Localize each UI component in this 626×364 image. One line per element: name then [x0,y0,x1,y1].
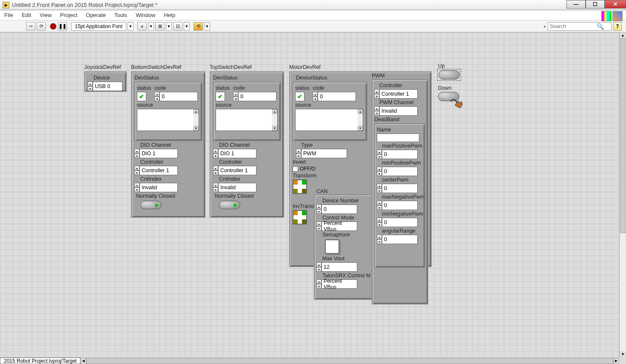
code-value-3[interactable]: 0 [318,92,356,101]
align-objects-button[interactable]: ≡ [137,22,147,31]
motordevref-cluster[interactable]: DeviceStatus status ✔ code ▲▼ 0 source ▲… [289,71,432,267]
minpos-value[interactable]: 0 [382,167,418,176]
talon-value[interactable]: Percent VBus [322,279,357,289]
reorder-dropdown[interactable]: ▼ [204,22,210,31]
window-maximize-button[interactable] [586,0,605,9]
up-button[interactable] [438,70,460,80]
code-spinner[interactable]: ▲▼ [154,92,159,101]
distribute-dropdown[interactable]: ▼ [166,22,172,31]
front-panel-canvas[interactable]: JoystickDevRef Device ▲▼ USB 0 BottomSwi… [0,32,619,357]
menu-project[interactable]: Project [60,12,77,18]
invert-checkbox[interactable] [293,166,298,172]
code-value[interactable]: 0 [159,92,198,101]
cnt-spinner[interactable]: ▲▼ [134,183,139,192]
source-textarea-2[interactable]: ▲▼ [216,109,278,131]
vi-connector-icon[interactable] [612,11,623,21]
angular-spinner[interactable]: ▲▼ [377,235,382,244]
pause-button[interactable]: ❚❚ [58,22,67,31]
devnum-value[interactable]: 0 [322,205,357,214]
maxneg-value[interactable]: 0 [382,201,418,210]
talon-spinner[interactable]: ▲▼ [316,279,322,289]
ctlmode-value[interactable]: Percent VBus [322,222,357,231]
source-textarea-3[interactable]: ▲▼ [295,109,363,131]
device-spinner[interactable]: ▲▼ [88,82,93,91]
horizontal-scrollbar[interactable]: 2015 Robot Project.lvproj/Target ◀ ▶ [0,357,619,364]
up-button-selected[interactable] [437,69,461,81]
dio-value[interactable]: DIO 1 [139,149,178,158]
center-spinner[interactable]: ▲▼ [377,184,382,193]
controller-value-2[interactable]: Controller 1 [218,166,256,175]
pwm-cluster[interactable]: Controller ▲▼Controller 1 PWM Channel ▲▼… [372,79,428,304]
vscroll-up-arrow[interactable]: ▲ [620,32,626,38]
align-dropdown[interactable]: ▼ [148,22,154,31]
controller-spinner[interactable]: ▲▼ [134,166,139,175]
menu-window[interactable]: Window [136,12,155,18]
controller-spinner-2[interactable]: ▲▼ [213,166,218,175]
resize-dropdown[interactable]: ▼ [184,22,190,31]
maxvout-value[interactable]: 12 [322,262,357,272]
maxpos-value[interactable]: 0 [382,150,418,159]
minneg-value[interactable]: 0 [382,218,418,227]
pwm-controller-value[interactable]: Controller 1 [379,89,418,99]
minpos-spinner[interactable]: ▲▼ [377,167,382,176]
normally-closed-button[interactable] [140,201,162,209]
search-box[interactable]: 🔍 [548,22,612,31]
search-input[interactable] [550,23,597,29]
distribute-objects-button[interactable]: ⊞ [155,22,165,31]
normally-closed-button-2[interactable] [219,201,240,209]
cnt-value-2[interactable]: Invalid [218,183,256,192]
pwm-controller-spinner[interactable]: ▲▼ [374,89,379,99]
menu-help[interactable]: Help [164,12,175,18]
source-textarea[interactable]: ▲▼ [137,109,199,131]
controller-value[interactable]: Controller 1 [139,166,178,175]
type-spinner[interactable]: ▲▼ [296,149,301,158]
menu-file[interactable]: File [4,12,13,18]
code-value-2[interactable]: 0 [238,92,276,101]
minneg-spinner[interactable]: ▲▼ [377,218,382,227]
angular-value[interactable]: 0 [382,235,418,244]
name-value[interactable] [377,134,419,142]
code-spinner-2[interactable]: ▲▼ [233,92,238,101]
reorder-button[interactable]: ⟲ [193,22,203,31]
code-spinner-3[interactable]: ▲▼ [313,92,318,101]
font-selector[interactable]: 15pt Application Font [71,22,126,31]
cnt-value[interactable]: Invalid [139,183,178,192]
pwm-channel-spinner[interactable]: ▲▼ [374,106,379,116]
topswitchdevref-cluster[interactable]: DevStatus status ✔ code ▲▼ 0 source ▲▼ D… [210,71,284,218]
dio-spinner-2[interactable]: ▲▼ [213,149,218,158]
window-minimize-button[interactable] [566,0,586,9]
resize-objects-button[interactable]: ⊡ [173,22,182,31]
center-value[interactable]: 0 [382,184,418,193]
bottomswitchdevref-cluster[interactable]: DevStatus status ✔ code ▲▼ 0 source ▲▼ D… [131,71,205,218]
maxpos-spinner[interactable]: ▲▼ [377,150,382,159]
devnum-spinner[interactable]: ▲▼ [316,205,322,214]
hscroll-thumb[interactable] [86,358,613,364]
maxneg-spinner[interactable]: ▲▼ [377,201,382,210]
type-value[interactable]: PWM [301,149,347,158]
joystickdevref-cluster[interactable]: Device ▲▼ USB 0 [84,71,127,92]
vi-icon[interactable] [601,11,612,21]
device-value[interactable]: USB 0 [93,82,122,91]
window-close-button[interactable] [605,0,626,9]
abort-button[interactable] [50,23,57,30]
cnt-spinner-2[interactable]: ▲▼ [213,183,218,192]
menu-operate[interactable]: Operate [86,12,106,18]
vscroll-down-arrow[interactable]: ▼ [620,351,626,357]
menu-edit[interactable]: Edit [22,12,31,18]
project-tab[interactable]: 2015 Robot Project.lvproj/Target [0,358,80,364]
run-button[interactable]: ⇨ [26,22,35,31]
transform-icon[interactable] [293,179,307,194]
invtransform-icon[interactable] [293,210,307,225]
vertical-scrollbar[interactable]: ▲ ▼ [619,32,626,357]
pwm-channel-value[interactable]: Invalid [379,106,418,116]
ctlmode-spinner[interactable]: ▲▼ [316,222,322,231]
run-continuous-button[interactable]: ⟳ [37,22,46,31]
font-dropdown-button[interactable]: ▼ [128,22,134,31]
maxvout-spinner[interactable]: ▲▼ [316,262,322,272]
hscroll-left-arrow[interactable]: ◀ [80,358,86,364]
dio-value-2[interactable]: DIO 1 [218,149,256,158]
semaphore-box[interactable] [325,239,339,254]
dio-spinner[interactable]: ▲▼ [134,149,139,158]
context-help-button[interactable]: ? [613,22,622,31]
hscroll-right-arrow[interactable]: ▶ [613,358,619,364]
